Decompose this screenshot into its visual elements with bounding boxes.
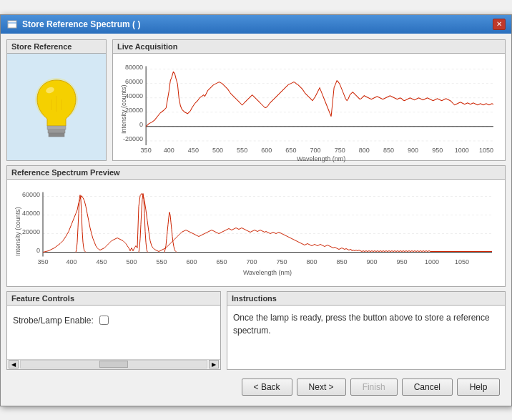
svg-text:700: 700 xyxy=(246,258,257,265)
svg-text:1050: 1050 xyxy=(455,258,469,265)
store-reference-title: Store Reference xyxy=(7,40,106,54)
svg-rect-6 xyxy=(47,126,66,130)
top-row: Store Reference xyxy=(6,39,506,161)
svg-text:850: 850 xyxy=(336,258,347,265)
close-button[interactable]: ✕ xyxy=(493,19,506,30)
bulb-icon xyxy=(31,74,82,139)
strobe-label: Strobe/Lamp Enable: xyxy=(13,316,94,326)
svg-text:650: 650 xyxy=(285,146,296,153)
svg-text:-20000: -20000 xyxy=(123,135,143,142)
reference-spectrum-panel: Reference Spectrum Preview 60000 40000 2… xyxy=(6,165,506,287)
finish-button[interactable]: Finish xyxy=(350,379,398,396)
svg-rect-8 xyxy=(49,133,64,137)
window-icon xyxy=(6,19,18,30)
svg-text:450: 450 xyxy=(96,258,107,265)
svg-text:80000: 80000 xyxy=(125,63,143,70)
svg-text:350: 350 xyxy=(141,146,152,153)
back-button[interactable]: < Back xyxy=(242,379,292,396)
svg-text:1050: 1050 xyxy=(479,146,493,153)
svg-text:750: 750 xyxy=(335,146,345,153)
svg-text:850: 850 xyxy=(383,146,394,153)
scroll-track[interactable] xyxy=(20,360,207,368)
svg-text:60000: 60000 xyxy=(125,77,143,84)
feature-controls-panel: Feature Controls Strobe/Lamp Enable: ◀ ▶ xyxy=(6,291,221,370)
svg-text:950: 950 xyxy=(396,258,407,265)
svg-text:0: 0 xyxy=(139,120,143,127)
next-button[interactable]: Next > xyxy=(297,379,346,396)
svg-text:400: 400 xyxy=(164,146,174,153)
svg-text:450: 450 xyxy=(188,146,199,153)
title-bar: Store Reference Spectrum ( ) ✕ xyxy=(1,15,511,34)
svg-text:Intensity (counts): Intensity (counts) xyxy=(14,207,21,256)
live-acquisition-title: Live Acquisition xyxy=(113,40,505,54)
svg-text:700: 700 xyxy=(310,146,321,153)
scroll-right-button[interactable]: ▶ xyxy=(209,360,219,368)
live-acquisition-panel: Live Acquisition 80000 60000 40000 20000… xyxy=(112,39,506,161)
horizontal-scrollbar[interactable]: ◀ ▶ xyxy=(7,359,220,369)
svg-text:600: 600 xyxy=(261,146,272,153)
bulb-area xyxy=(7,54,106,160)
feature-inner: Strobe/Lamp Enable: xyxy=(7,306,220,359)
svg-text:40000: 40000 xyxy=(22,209,40,216)
main-content: Store Reference xyxy=(1,34,511,406)
svg-text:650: 650 xyxy=(216,258,227,265)
window-title: Store Reference Spectrum ( ) xyxy=(22,19,140,29)
svg-text:400: 400 xyxy=(66,258,77,265)
svg-text:550: 550 xyxy=(156,258,167,265)
svg-text:500: 500 xyxy=(212,146,223,153)
scroll-left-button[interactable]: ◀ xyxy=(9,360,19,368)
svg-text:600: 600 xyxy=(186,258,197,265)
scroll-thumb[interactable] xyxy=(99,361,128,368)
svg-text:1000: 1000 xyxy=(425,258,439,265)
svg-text:750: 750 xyxy=(276,258,287,265)
svg-text:1000: 1000 xyxy=(455,146,469,153)
live-chart-svg: 80000 60000 40000 20000 0 -20000 Intensi… xyxy=(120,58,501,165)
live-acquisition-chart: 80000 60000 40000 20000 0 -20000 Intensi… xyxy=(113,54,505,169)
ref-chart-svg: 60000 40000 20000 0 Intensity (counts) 3 xyxy=(14,184,501,293)
reference-spectrum-chart: 60000 40000 20000 0 Intensity (counts) 3 xyxy=(7,180,505,298)
svg-text:900: 900 xyxy=(366,258,377,265)
instructions-panel: Instructions Once the lamp is ready, pre… xyxy=(227,291,506,370)
svg-text:20000: 20000 xyxy=(125,106,143,113)
svg-rect-0 xyxy=(8,21,16,28)
svg-text:40000: 40000 xyxy=(125,92,143,99)
strobe-checkbox[interactable] xyxy=(99,316,109,325)
svg-text:Wavelength (nm): Wavelength (nm) xyxy=(297,155,345,162)
store-reference-panel: Store Reference xyxy=(6,39,107,161)
svg-text:550: 550 xyxy=(237,146,247,153)
cancel-button[interactable]: Cancel xyxy=(402,379,453,396)
svg-text:0: 0 xyxy=(36,246,40,253)
bottom-row: Feature Controls Strobe/Lamp Enable: ◀ ▶ xyxy=(6,291,506,370)
svg-text:900: 900 xyxy=(408,146,418,153)
svg-text:500: 500 xyxy=(126,258,137,265)
svg-rect-7 xyxy=(48,130,65,133)
instructions-text: Once the lamp is ready, press the button… xyxy=(227,306,505,343)
strobe-row: Strobe/Lamp Enable: xyxy=(13,316,215,326)
svg-text:60000: 60000 xyxy=(22,190,40,197)
svg-text:800: 800 xyxy=(306,258,317,265)
button-row: < Back Next > Finish Cancel Help xyxy=(6,374,506,400)
svg-text:Intensity (counts): Intensity (counts) xyxy=(120,84,127,134)
svg-text:800: 800 xyxy=(359,146,370,153)
title-bar-left: Store Reference Spectrum ( ) xyxy=(6,19,140,30)
svg-text:Wavelength (nm): Wavelength (nm) xyxy=(243,268,292,275)
svg-text:20000: 20000 xyxy=(22,228,40,235)
main-window: Store Reference Spectrum ( ) ✕ Store Ref… xyxy=(0,14,512,406)
svg-text:950: 950 xyxy=(432,146,443,153)
svg-text:350: 350 xyxy=(37,258,48,265)
help-button[interactable]: Help xyxy=(457,379,500,396)
